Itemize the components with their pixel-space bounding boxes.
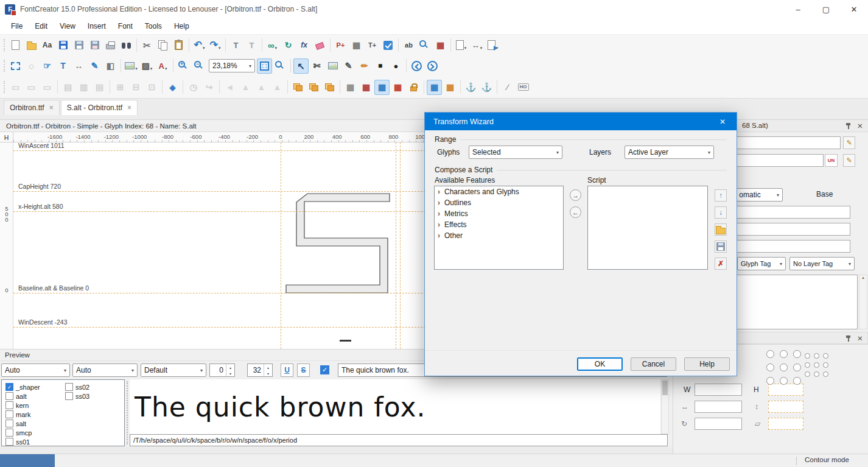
menu-file[interactable]: File: [5, 19, 29, 33]
origin-selector-circle-small[interactable]: [805, 353, 810, 359]
feature-toggle-smcp[interactable]: smcp: [5, 429, 32, 437]
feature-metrics[interactable]: ›Metrics: [435, 208, 563, 219]
edit-tool-icon[interactable]: ↖: [293, 58, 309, 74]
available-features-list[interactable]: ›Characters and Glyphs›Outlines›Metrics›…: [434, 186, 564, 270]
show-metrics-icon[interactable]: ▦: [359, 80, 374, 95]
origin-selector-circle-small[interactable]: [814, 362, 819, 368]
origin-selector-circle[interactable]: [780, 363, 788, 371]
width-input[interactable]: [695, 384, 742, 396]
font-overview-icon[interactable]: Aa: [40, 38, 55, 53]
origin-selector-circle-small[interactable]: [814, 371, 819, 377]
minimize-icon[interactable]: –: [784, 0, 812, 18]
menu-tools[interactable]: Tools: [139, 19, 168, 33]
origin-selector-circle-small[interactable]: [805, 362, 810, 368]
edit-name-icon[interactable]: ✎: [843, 136, 855, 149]
spin-up-icon[interactable]: ▴: [226, 364, 234, 370]
preview-scrollbar[interactable]: [661, 379, 669, 434]
feature-other[interactable]: ›Other: [435, 230, 563, 241]
dialog-close-icon[interactable]: ✕: [717, 118, 728, 126]
highlight-options-icon[interactable]: A▾: [155, 58, 170, 74]
background-image-icon[interactable]: [325, 58, 340, 74]
origin-selector-circle-small[interactable]: [823, 362, 828, 368]
spin-down-icon[interactable]: ▾: [226, 370, 234, 376]
fill-options-icon[interactable]: ▨▾: [139, 58, 155, 74]
glyph-tag-icon[interactable]: ◈: [165, 80, 180, 95]
glyph-tag-select[interactable]: Glyph Tag ▾: [737, 257, 786, 270]
cancel-button[interactable]: Cancel: [631, 357, 676, 371]
tab-orbitron-ttf[interactable]: Orbitron.ttf×: [4, 100, 60, 115]
feature-toggle-_shaper[interactable]: ✓_shaper: [5, 383, 40, 391]
preview-variation-select[interactable]: Default▾: [141, 363, 206, 377]
glyph-properties-icon[interactable]: P+: [333, 38, 348, 53]
feature-characters-and-glyphs[interactable]: ›Characters and Glyphs: [435, 186, 563, 197]
layer-tag-select[interactable]: No Layer Tag ▾: [789, 257, 855, 270]
measure-tool-icon[interactable]: ↔: [71, 58, 86, 74]
compare-fonts-icon[interactable]: ↔▾: [469, 38, 485, 53]
export-font-icon[interactable]: [87, 38, 102, 53]
glyph-outline[interactable]: [286, 194, 390, 293]
zoom-fit-icon[interactable]: [257, 58, 272, 74]
nav-forward-icon[interactable]: [425, 58, 440, 74]
y-position-input[interactable]: [768, 401, 803, 413]
maximize-icon[interactable]: ▢: [812, 0, 840, 18]
origin-selector-circle[interactable]: [780, 377, 788, 385]
help-button[interactable]: Help: [684, 357, 730, 371]
origin-selector-circle-small[interactable]: [805, 371, 810, 377]
formula-icon[interactable]: fx: [296, 38, 312, 53]
origin-selector-circle[interactable]: [766, 377, 774, 385]
close-icon[interactable]: ✕: [840, 0, 868, 18]
origin-selector-circle[interactable]: [793, 363, 801, 371]
feature-toggle-aalt[interactable]: aalt: [5, 392, 27, 400]
feature-toggle-mark[interactable]: mark: [5, 410, 30, 418]
tab-close-icon[interactable]: ×: [127, 104, 131, 112]
rectangle-tool-icon[interactable]: ■: [373, 58, 388, 74]
remove-feature-icon[interactable]: ←: [570, 206, 581, 218]
freehand-tool-icon[interactable]: ✏: [357, 58, 372, 74]
cut-icon[interactable]: ✂: [139, 38, 155, 53]
advance-handle[interactable]: [340, 340, 351, 342]
unicode-badge[interactable]: UN: [825, 154, 838, 167]
glyph-sequence-input[interactable]: /T/h/e/space/q/u/i/c/k/space/b/r/o/w/n/s…: [130, 434, 668, 446]
menu-view[interactable]: View: [54, 19, 82, 33]
recalculate-icon[interactable]: T: [244, 38, 259, 53]
tab-close-icon[interactable]: ×: [49, 104, 54, 112]
save-script-icon[interactable]: [715, 241, 727, 253]
feature-toggle-ss02[interactable]: ss02: [65, 383, 89, 391]
nav-back-icon[interactable]: [409, 58, 424, 74]
rect-select-tool-icon[interactable]: [8, 58, 23, 74]
find-icon[interactable]: [119, 38, 134, 53]
feature-outlines[interactable]: ›Outlines: [435, 197, 563, 208]
skew-input[interactable]: [768, 418, 803, 430]
move-down-icon[interactable]: ↓: [715, 206, 727, 219]
panel-close-icon[interactable]: ✕: [857, 334, 863, 343]
move-up-icon[interactable]: ↑: [715, 189, 727, 202]
origin-selector-circle[interactable]: [793, 377, 801, 385]
origin-selector-circle[interactable]: [780, 350, 788, 358]
preview-tracking-spinner[interactable]: 0 ▴▾: [209, 363, 235, 377]
draw-tool-icon[interactable]: ✎: [87, 58, 102, 74]
intersection-icon[interactable]: [306, 80, 321, 95]
height-input[interactable]: [768, 384, 803, 396]
feature-toggle-ss01[interactable]: ss01: [5, 438, 30, 446]
x-position-input[interactable]: [695, 401, 742, 413]
snap-to-grid-icon[interactable]: ▦: [374, 80, 390, 95]
contour-tool-icon[interactable]: ✎: [341, 58, 356, 74]
origin-selector-circle[interactable]: [793, 350, 801, 358]
ok-button[interactable]: OK: [577, 357, 623, 371]
add-feature-icon[interactable]: →: [570, 189, 581, 201]
feature-toggle-kern[interactable]: kern: [5, 401, 29, 409]
redo-icon[interactable]: ↷▾: [208, 38, 223, 53]
complete-composites-icon[interactable]: ∞▾: [265, 38, 280, 53]
undo-icon[interactable]: ↶▾: [192, 38, 207, 53]
hinting-options-icon[interactable]: HO: [516, 80, 531, 95]
autonaming-icon[interactable]: ab: [401, 38, 416, 53]
new-window-icon[interactable]: ▾: [453, 38, 469, 53]
paste-icon[interactable]: [171, 38, 186, 53]
pin-icon[interactable]: [845, 122, 852, 130]
spin-up-icon[interactable]: ▴: [264, 364, 272, 370]
preview-splitter[interactable]: [127, 381, 128, 444]
tags-scrollbar[interactable]: ▴: [859, 275, 867, 329]
feature-toggle-salt[interactable]: salt: [5, 420, 26, 427]
glyphs-range-select[interactable]: Selected▾: [469, 146, 562, 159]
script-list[interactable]: [587, 186, 708, 270]
